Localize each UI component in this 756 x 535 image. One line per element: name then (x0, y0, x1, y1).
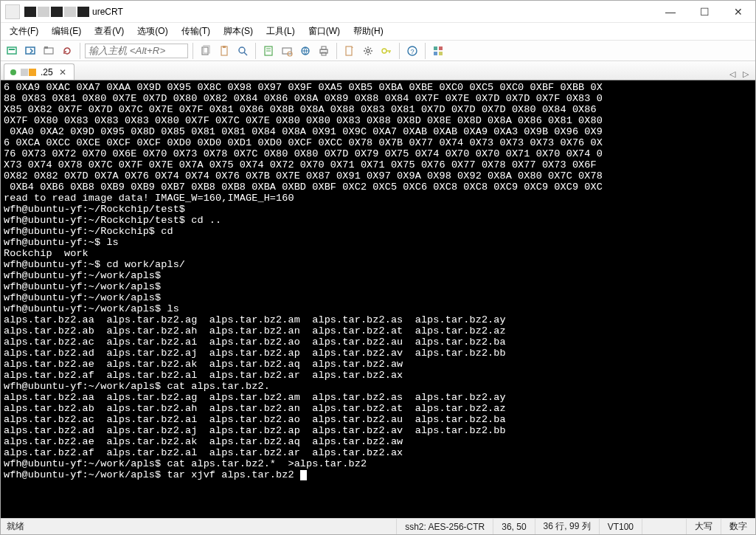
status-ready: 就绪 (1, 519, 396, 534)
svg-line-10 (244, 52, 247, 55)
toolbar-print-icon[interactable] (316, 43, 332, 59)
toolbar-grid-icon[interactable] (430, 43, 446, 59)
session-tab[interactable]: .25 ✕ (4, 63, 74, 80)
toolbar: ? (1, 41, 755, 61)
toolbar-session-options-icon[interactable] (279, 43, 295, 59)
menu-bar: 文件(F) 编辑(E) 查看(V) 选项(O) 传输(T) 脚本(S) 工具(L… (1, 23, 755, 41)
svg-rect-0 (7, 47, 16, 54)
toolbar-separator (425, 43, 426, 59)
toolbar-connect-tab-icon[interactable] (41, 43, 57, 59)
status-bar: 就绪 ssh2: AES-256-CTR 36, 50 36 行, 99 列 V… (1, 518, 755, 534)
app-icon (5, 4, 20, 19)
tab-close-icon[interactable]: ✕ (58, 67, 68, 77)
minimize-button[interactable]: — (653, 1, 687, 23)
status-caps: 大写 (686, 519, 721, 534)
toolbar-global-options-icon[interactable] (297, 43, 313, 59)
status-cipher: ssh2: AES-256-CTR (396, 519, 493, 534)
host-input[interactable] (85, 44, 188, 58)
tab-nav-left-icon[interactable]: ◁ (727, 69, 738, 80)
toolbar-quick-connect-icon[interactable] (22, 43, 38, 59)
svg-rect-3 (44, 48, 53, 54)
status-size: 36 行, 99 列 (535, 519, 599, 534)
terminal-output[interactable]: 6 0XA9 0XAC 0XA7 0XAA 0X9D 0X95 0X8C 0X9… (1, 80, 755, 518)
svg-rect-20 (346, 46, 352, 55)
menu-window[interactable]: 窗口(W) (304, 24, 344, 39)
toolbar-separator (399, 43, 400, 59)
tab-status-led (10, 69, 16, 75)
menu-edit[interactable]: 编辑(E) (47, 24, 86, 39)
menu-file[interactable]: 文件(F) (5, 24, 43, 39)
toolbar-find-icon[interactable] (235, 43, 251, 59)
menu-view[interactable]: 查看(V) (90, 24, 128, 39)
svg-rect-27 (434, 46, 437, 50)
menu-options[interactable]: 选项(O) (133, 24, 172, 39)
toolbar-reconnect-icon[interactable] (59, 43, 75, 59)
toolbar-paste-icon[interactable] (216, 43, 232, 59)
toolbar-copy-icon[interactable] (198, 43, 214, 59)
menu-transfer[interactable]: 传输(T) (177, 24, 215, 39)
svg-rect-1 (9, 49, 15, 50)
toolbar-settings-icon[interactable] (360, 43, 376, 59)
tab-title-suffix: .25 (41, 67, 53, 77)
menu-tools[interactable]: 工具(L) (262, 24, 299, 39)
svg-rect-14 (282, 48, 291, 54)
menu-help[interactable]: 帮助(H) (349, 24, 388, 39)
status-cursor: 36, 50 (493, 519, 534, 534)
toolbar-new-session-icon[interactable] (341, 43, 358, 59)
app-window: ureCRT — ☐ ✕ 文件(F) 编辑(E) 查看(V) 选项(O) 传输(… (0, 0, 756, 535)
window-title: ureCRT (92, 7, 123, 17)
tab-strip: .25 ✕ ◁ ▷ (1, 61, 755, 80)
menu-script[interactable]: 脚本(S) (219, 24, 257, 39)
svg-point-9 (239, 47, 245, 53)
svg-text:?: ? (410, 48, 414, 55)
tab-nav-right-icon[interactable]: ▷ (741, 69, 751, 80)
terminal-cursor (300, 470, 307, 480)
status-num: 数字 (721, 519, 755, 534)
toolbar-separator (80, 43, 80, 59)
svg-point-21 (367, 49, 370, 52)
toolbar-separator (255, 43, 256, 59)
toolbar-separator (193, 43, 193, 59)
svg-rect-28 (439, 46, 443, 50)
svg-rect-29 (434, 52, 437, 55)
tab-title-blur (21, 69, 36, 76)
title-bar[interactable]: ureCRT — ☐ ✕ (1, 1, 755, 23)
svg-rect-8 (223, 46, 226, 48)
toolbar-key-icon[interactable] (378, 43, 395, 59)
toolbar-connect-icon[interactable] (4, 43, 20, 59)
toolbar-properties-icon[interactable] (260, 43, 277, 59)
toolbar-separator (336, 43, 337, 59)
svg-point-22 (382, 49, 386, 53)
maximize-button[interactable]: ☐ (687, 1, 721, 23)
svg-rect-30 (439, 52, 443, 55)
svg-rect-4 (44, 46, 48, 49)
status-term: VT100 (599, 519, 642, 534)
toolbar-help-icon[interactable]: ? (404, 43, 420, 59)
close-button[interactable]: ✕ (721, 1, 755, 23)
title-blur (24, 7, 89, 17)
